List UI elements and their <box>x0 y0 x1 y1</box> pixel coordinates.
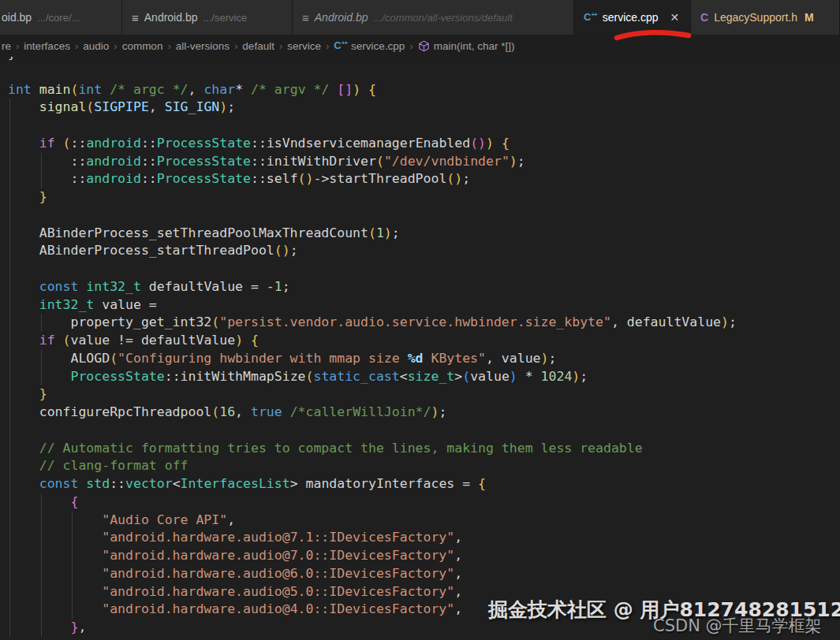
tab-oid.bp[interactable]: oid.bp.../core/... <box>0 0 122 35</box>
code-line: } <box>8 188 47 207</box>
close-icon[interactable]: ✕ <box>670 11 680 24</box>
breadcrumb-separator: › <box>279 40 282 52</box>
breadcrumb-label: main(int, char *[]) <box>434 40 515 52</box>
code-line: int main(int /* argc */, char* /* argv *… <box>8 81 376 99</box>
code-line: if (value != defaultValue) { <box>8 332 259 350</box>
code-line: "android.hardware.audio@5.0::IDevicesFac… <box>8 583 462 601</box>
breadcrumb-label: audio <box>83 40 109 52</box>
tab-label: Android.bp <box>144 11 198 24</box>
breadcrumb-separator: › <box>409 40 413 52</box>
tab-label: LegacySupport.h <box>714 11 797 24</box>
code-line: { <box>8 493 78 512</box>
breadcrumb-label: common <box>122 40 163 52</box>
breadcrumb-separator: › <box>75 40 78 52</box>
code-line: "Audio Core API", <box>8 512 235 530</box>
code-line: // Automatic formatting tries to compact… <box>8 440 643 458</box>
code-line: property_get_int32("persist.vendor.audio… <box>8 314 737 332</box>
breadcrumb-item-all-versions[interactable]: all-versions <box>176 40 230 52</box>
code-line: ::android::ProcessState::self()->startTh… <box>8 170 470 188</box>
modified-badge: M <box>805 11 814 24</box>
c-file-icon: C <box>700 12 708 23</box>
code-line: "android.hardware.audio@7.1::IDevicesFac… <box>8 529 462 547</box>
code-editor[interactable]: }int main(int /* argc */, char* /* argv … <box>0 57 840 640</box>
tab-path: .../core/... <box>37 12 80 24</box>
breadcrumb-item-service.cpp[interactable]: C++service.cpp <box>334 40 405 52</box>
code-line: "android.hardware.audio@7.0::IDevicesFac… <box>8 547 462 565</box>
breadcrumb-separator: › <box>16 40 19 52</box>
breadcrumb-item-interfaces[interactable]: interfaces <box>24 40 70 52</box>
bp-file-icon: ≡ <box>302 12 309 24</box>
tab-path: .../common/all-versions/default <box>373 12 512 24</box>
breadcrumb-item-main-int-char-[interactable]: main(int, char *[]) <box>418 40 515 52</box>
breadcrumb-item-audio[interactable]: audio <box>83 40 109 52</box>
code-line: ABinderProcess_setThreadPoolMaxThreadCou… <box>8 225 400 243</box>
code-line: }, <box>8 619 86 637</box>
code-line: const int32_t defaultValue = -1; <box>8 278 290 296</box>
tab-label: service.cpp <box>603 11 659 24</box>
cpp-file-icon: C++ <box>584 12 597 22</box>
code-line: ::android::ProcessState::initWithDriver(… <box>8 153 525 171</box>
code-line: ABinderProcess_startThreadPool(); <box>8 242 298 260</box>
code-line: "android.hardware.audio@6.0::IDevicesFac… <box>8 565 462 583</box>
symbol-method-icon <box>418 40 430 52</box>
breadcrumb-separator: › <box>114 40 117 52</box>
code-line: } <box>8 57 16 63</box>
breadcrumb-item-re[interactable]: re <box>2 40 11 52</box>
code-line: int32_t value = <box>8 296 157 314</box>
vscode-window: oid.bp.../core/...≡Android.bp.../service… <box>0 0 840 640</box>
breadcrumb-label: service.cpp <box>351 40 405 52</box>
tab-bar: oid.bp.../core/...≡Android.bp.../service… <box>0 0 840 35</box>
breadcrumb-item-default[interactable]: default <box>242 40 274 52</box>
tab-android.bp[interactable]: ≡Android.bp.../service <box>122 0 293 35</box>
tab-android.bp[interactable]: ≡Android.bp.../common/all-versions/defau… <box>293 0 574 35</box>
breadcrumb-separator: › <box>326 40 329 52</box>
code-line: signal(SIGPIPE, SIG_IGN); <box>8 99 235 117</box>
code-line: ALOGD("Configuring hwbinder with mmap si… <box>8 350 556 368</box>
breadcrumb-label: re <box>2 40 11 52</box>
code-line: configureRpcThreadpool(16, true /*caller… <box>8 404 446 422</box>
breadcrumb: re›interfaces›audio›common›all-versions›… <box>0 35 840 57</box>
breadcrumb-label: interfaces <box>24 40 70 52</box>
code-line: ProcessState::initWithMmapSize(static_ca… <box>8 368 588 386</box>
code-line: // clang-format off <box>8 457 189 475</box>
tab-path: .../service <box>203 12 247 24</box>
cpp-file-icon: C++ <box>334 40 347 50</box>
tab-legacysupport.h[interactable]: CLegacySupport.hM <box>691 0 840 35</box>
breadcrumb-label: default <box>242 40 274 52</box>
breadcrumb-label: service <box>287 40 321 52</box>
code-line: const std::vector<InterfacesList> mandat… <box>8 475 486 493</box>
breadcrumb-label: all-versions <box>176 40 230 52</box>
bp-file-icon: ≡ <box>132 12 139 24</box>
code-line: if (::android::ProcessState::isVndservic… <box>8 135 510 153</box>
breadcrumb-item-service[interactable]: service <box>287 40 321 52</box>
breadcrumb-separator: › <box>234 40 237 52</box>
breadcrumb-separator: › <box>167 40 170 52</box>
tab-label: oid.bp <box>2 11 32 24</box>
code-line: "android.hardware.audio@4.0::IDevicesFac… <box>8 601 462 619</box>
code-line: } <box>8 385 47 404</box>
tab-label: Android.bp <box>315 11 368 24</box>
tab-service.cpp[interactable]: C++service.cpp✕ <box>574 0 691 35</box>
breadcrumb-item-common[interactable]: common <box>122 40 163 52</box>
